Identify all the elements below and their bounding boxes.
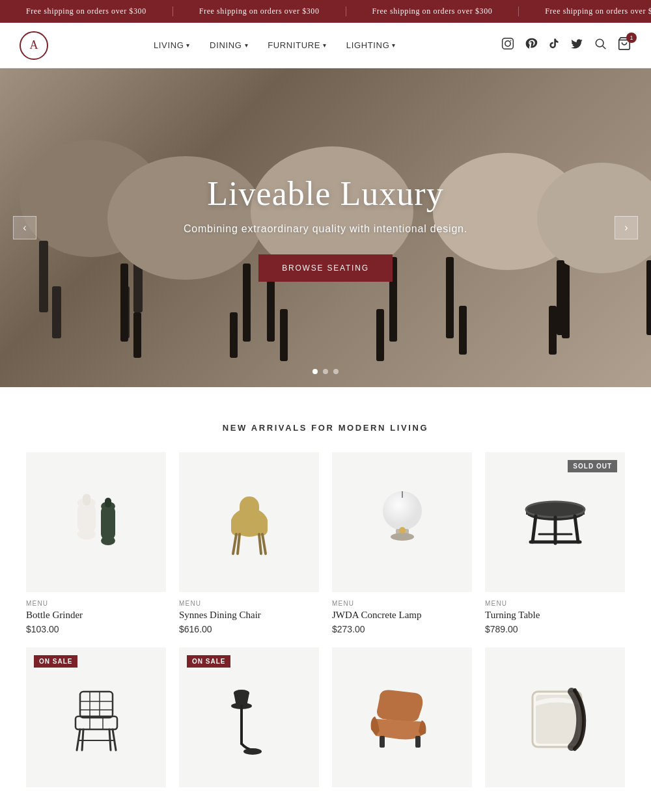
- svg-rect-12: [120, 264, 128, 342]
- header: A LIVING ▾ DINING ▾ FURNITURE ▾: [0, 23, 651, 68]
- product-card-floor-lamp[interactable]: ON SALE: [179, 647, 319, 787]
- product-card-wire-chair[interactable]: ON SALE: [26, 647, 166, 787]
- product-name: Turning Table: [485, 610, 625, 621]
- svg-rect-24: [459, 306, 467, 355]
- svg-rect-77: [380, 736, 385, 748]
- svg-point-2: [510, 40, 512, 42]
- ticker-inner: Free shipping on orders over $300 Free s…: [0, 7, 651, 16]
- product-card-turning-table[interactable]: SOLD OUT MENU Turnin: [485, 452, 625, 634]
- product-image-lounge-chair: [332, 647, 472, 787]
- logo[interactable]: A: [20, 31, 48, 60]
- svg-rect-59: [80, 692, 113, 718]
- svg-line-40: [233, 534, 236, 554]
- nav-link-dining[interactable]: DINING ▾: [210, 40, 248, 50]
- svg-rect-7: [39, 241, 48, 312]
- svg-point-1: [505, 41, 510, 46]
- carousel-next-button[interactable]: ›: [615, 216, 638, 239]
- search-icon[interactable]: [594, 37, 607, 53]
- sold-out-badge: SOLD OUT: [568, 460, 617, 472]
- product-card-lounge-chair[interactable]: [332, 647, 472, 787]
- product-price: $616.00: [179, 624, 319, 634]
- nav-item-lighting[interactable]: LIGHTING ▾: [346, 40, 396, 50]
- product-card-mirror[interactable]: [485, 647, 625, 787]
- svg-rect-39: [240, 496, 259, 519]
- chevron-down-icon: ▾: [186, 42, 190, 49]
- turning-table-illustration: [516, 483, 594, 562]
- svg-line-41: [262, 534, 266, 554]
- ticker-item: Free shipping on orders over $300: [0, 7, 173, 16]
- nav-item-dining[interactable]: DINING ▾: [210, 40, 248, 50]
- hero-subtitle: Combining extraordinary quality with int…: [184, 223, 467, 235]
- product-name: Synnes Dining Chair: [179, 610, 319, 621]
- product-image-concrete-lamp: [332, 452, 472, 592]
- product-image-mirror: [485, 647, 625, 787]
- nav-link-living[interactable]: LIVING ▾: [154, 40, 190, 50]
- on-sale-badge: ON SALE: [187, 655, 230, 668]
- svg-line-54: [533, 516, 536, 542]
- chevron-down-icon: ▾: [245, 42, 249, 49]
- carousel-dot-3[interactable]: [333, 369, 339, 374]
- ticker-banner: Free shipping on orders over $300 Free s…: [0, 0, 651, 23]
- svg-rect-78: [415, 736, 421, 748]
- carousel-dot-1[interactable]: [312, 369, 318, 374]
- carousel-dots: [312, 369, 339, 374]
- product-card-synnes-chair[interactable]: MENU Synnes Dining Chair $616.00: [179, 452, 319, 634]
- tiktok-icon[interactable]: [548, 38, 560, 53]
- product-price: $103.00: [26, 624, 166, 634]
- hero-title: Liveable Luxury: [184, 174, 467, 213]
- pinterest-icon[interactable]: [525, 37, 538, 53]
- nav-item-furniture[interactable]: FURNITURE ▾: [268, 40, 327, 50]
- svg-rect-25: [549, 306, 557, 355]
- concrete-lamp-illustration: [363, 483, 441, 562]
- product-price: $789.00: [485, 624, 625, 634]
- ticker-item: Free shipping on orders over $300: [173, 7, 346, 16]
- carousel-prev-button[interactable]: ‹: [13, 216, 36, 239]
- product-image-wire-chair: ON SALE: [26, 647, 166, 787]
- product-brand: MENU: [332, 600, 472, 607]
- svg-point-3: [596, 39, 603, 47]
- product-card-bottle-grinder[interactable]: MENU Bottle Grinder $103.00: [26, 452, 166, 634]
- svg-rect-9: [52, 286, 61, 338]
- instagram-icon[interactable]: [501, 37, 514, 53]
- nav-links: LIVING ▾ DINING ▾ FURNITURE ▾ LIGHTING: [154, 40, 396, 50]
- nav-link-furniture[interactable]: FURNITURE ▾: [268, 40, 327, 50]
- svg-rect-36: [105, 498, 111, 508]
- svg-rect-32: [83, 494, 90, 506]
- product-card-concrete-lamp[interactable]: MENU JWDA Concrete Lamp $273.00: [332, 452, 472, 634]
- ticker-item: Free shipping on orders over $300: [519, 7, 651, 16]
- svg-rect-34: [101, 505, 115, 541]
- svg-point-35: [101, 536, 115, 545]
- svg-rect-0: [503, 38, 514, 49]
- svg-rect-19: [280, 309, 288, 361]
- product-price: $273.00: [332, 624, 472, 634]
- hero-carousel: Liveable Luxury Combining extraordinary …: [0, 68, 651, 387]
- svg-point-31: [77, 529, 96, 539]
- carousel-dot-2[interactable]: [323, 369, 328, 374]
- lounge-chair-illustration: [363, 679, 441, 757]
- wire-chair-illustration: [57, 679, 135, 757]
- product-brand: MENU: [485, 600, 625, 607]
- product-image-bottle-grinder: [26, 452, 166, 592]
- synnes-chair-illustration: [210, 483, 288, 562]
- svg-line-4: [603, 46, 606, 49]
- section-header: NEW ARRIVALS FOR MODERN LIVING: [0, 387, 651, 452]
- cart-badge: 1: [626, 33, 637, 43]
- browse-seating-button[interactable]: BROWSE SEATING: [258, 254, 393, 282]
- bottle-grinder-illustration: [57, 483, 135, 562]
- svg-line-55: [575, 516, 578, 542]
- new-arrivals-section: NEW ARRIVALS FOR MODERN LIVING MEN: [0, 387, 651, 812]
- svg-rect-52: [526, 509, 585, 515]
- product-image-floor-lamp: ON SALE: [179, 647, 319, 787]
- cart-icon[interactable]: 1: [617, 36, 631, 54]
- product-name: JWDA Concrete Lamp: [332, 610, 472, 621]
- nav-item-living[interactable]: LIVING ▾: [154, 40, 190, 50]
- product-brand: MENU: [26, 600, 166, 607]
- twitter-icon[interactable]: [570, 37, 583, 53]
- product-image-turning-table: SOLD OUT: [485, 452, 625, 592]
- svg-rect-20: [376, 309, 384, 361]
- header-icons: 1: [501, 36, 631, 54]
- svg-line-43: [259, 534, 261, 554]
- svg-point-47: [391, 533, 414, 541]
- nav-link-lighting[interactable]: LIGHTING ▾: [346, 40, 396, 50]
- section-title: NEW ARRIVALS FOR MODERN LIVING: [0, 423, 651, 433]
